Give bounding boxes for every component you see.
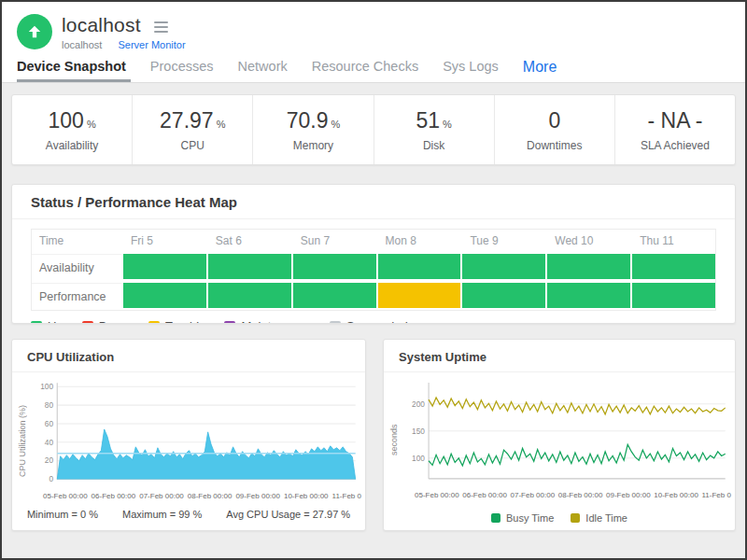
- heatmap-cell-performance-fri-5-up[interactable]: [123, 283, 206, 308]
- stat-label: Downtimes: [527, 139, 582, 152]
- heatmap-table: TimeFri 5Sat 6Sun 7Mon 8Tue 9Wed 10Thu 1…: [31, 229, 716, 311]
- heatmap-cell-performance-tue-9-up[interactable]: [462, 283, 545, 308]
- legend-label: Down: [99, 319, 130, 324]
- breadcrumb-monitor-type-link[interactable]: Server Monitor: [118, 39, 185, 50]
- heatmap-header-sat-6: Sat 6: [208, 230, 291, 252]
- stat-label: Availability: [46, 139, 98, 152]
- heatmap-header-sun-7: Sun 7: [293, 230, 376, 252]
- x-tick-label: 08-Feb 00:00: [558, 491, 603, 499]
- stat-disk: 51%Disk: [374, 95, 495, 164]
- heatmap-header-thu-11: Thu 11: [632, 230, 715, 252]
- cpu-footer-stat-1: Maximum = 99 %: [122, 509, 202, 520]
- tab-sys-logs[interactable]: Sys Logs: [430, 59, 511, 82]
- heatmap-title: Status / Performance Heat Map: [12, 194, 735, 219]
- stat-label: Memory: [293, 139, 333, 152]
- x-tick-label: 10-Feb 00:00: [654, 491, 698, 499]
- stat-label: SLA Achieved: [641, 139, 710, 152]
- stat-value: - NA -: [648, 108, 703, 133]
- tab-resource-checks[interactable]: Resource Checks: [300, 59, 430, 82]
- main-content: 100%Availability27.97%CPU70.9%Memory51%D…: [2, 83, 745, 558]
- cpu-x-axis-labels: 05-Feb 00:0006-Feb 00:0007-Feb 00:0008-F…: [43, 492, 361, 500]
- heatmap-cell-performance-mon-8-trouble[interactable]: [378, 283, 461, 308]
- legend-swatch-idle-time: [571, 513, 580, 523]
- legend-label: Maintenance: [241, 319, 310, 324]
- heatmap-card: Status / Performance Heat Map TimeFri 5S…: [11, 184, 736, 324]
- x-tick-label: 06-Feb 00:00: [92, 492, 136, 500]
- x-tick-label: 10-Feb 00:00: [284, 492, 329, 500]
- heatmap-cell-performance-thu-11-up[interactable]: [632, 283, 715, 308]
- heatmap-cell-availability-sun-7-up[interactable]: [293, 254, 376, 279]
- uptime-y-axis-label: seconds: [389, 393, 402, 486]
- heatmap-cell-availability-wed-10-up[interactable]: [547, 254, 630, 279]
- svg-text:0: 0: [49, 474, 53, 483]
- heatmap-header-time: Time: [32, 230, 121, 252]
- menu-icon[interactable]: [154, 19, 168, 33]
- legend-label: Trouble: [165, 319, 206, 324]
- uptime-x-axis-labels: 05-Feb 00:0006-Feb 00:0007-Feb 00:0008-F…: [415, 491, 731, 499]
- cpu-y-axis-label: CPU Utilization (%): [18, 394, 30, 487]
- svg-text:200: 200: [412, 399, 425, 409]
- cpu-footer-stat-2: Avg CPU Usage = 27.97 %: [226, 509, 350, 520]
- tab-bar: Device SnapshotProcessesNetworkResource …: [2, 50, 745, 82]
- cpu-summary-stats: Minimum = 0 %Maximum = 99 %Avg CPU Usage…: [12, 509, 365, 520]
- svg-text:20: 20: [45, 455, 54, 465]
- breadcrumb: localhost Server Monitor: [62, 39, 186, 50]
- stat-sla-achieved: - NA -SLA Achieved: [615, 95, 735, 164]
- x-tick-label: 05-Feb 00:00: [43, 492, 88, 500]
- charts-row: CPU Utilization CPU Utilization (%) 0204…: [11, 339, 736, 531]
- tab-more[interactable]: More: [511, 59, 569, 82]
- legend-swatch-suspended: [330, 321, 341, 325]
- svg-text:100: 100: [412, 454, 425, 463]
- uptime-legend-item-busy-time[interactable]: Busy Time: [491, 512, 554, 524]
- cpu-utilization-chart[interactable]: 020406080100: [30, 380, 361, 491]
- legend-label: Up: [48, 319, 63, 324]
- stat-unit: %: [331, 119, 340, 130]
- legend-label: Suspended: [346, 319, 408, 324]
- heatmap-cell-availability-sat-6-up[interactable]: [208, 254, 291, 279]
- stat-memory: 70.9%Memory: [253, 95, 374, 164]
- device-status-up-icon: [17, 14, 52, 49]
- stat-availability: 100%Availability: [12, 95, 133, 164]
- legend-item-up: Up: [31, 319, 63, 324]
- app-window: localhost localhost Server Monitor Devic…: [0, 0, 747, 560]
- tab-processes[interactable]: Processes: [138, 59, 226, 82]
- svg-text:40: 40: [45, 438, 54, 447]
- x-tick-label: 09-Feb 00:00: [235, 492, 280, 500]
- legend-swatch-trouble: [148, 321, 160, 325]
- system-uptime-chart[interactable]: 100150200: [402, 380, 731, 490]
- heatmap-cell-performance-sat-6-up[interactable]: [208, 283, 291, 308]
- heatmap-cell-performance-sun-7-up[interactable]: [293, 283, 376, 308]
- heatmap-cell-performance-wed-10-up[interactable]: [547, 283, 630, 308]
- stat-cpu: 27.97%CPU: [133, 95, 253, 164]
- svg-text:100: 100: [40, 382, 53, 391]
- system-uptime-card: System Uptime seconds 100150200 05-Feb 0…: [383, 339, 736, 531]
- uptime-chart-legend: Busy TimeIdle Time: [384, 512, 735, 524]
- legend-item-trouble: Trouble: [148, 319, 206, 324]
- legend-item-down: Down: [82, 319, 130, 324]
- heatmap-cell-availability-mon-8-up[interactable]: [378, 254, 461, 279]
- heatmap-cell-availability-fri-5-up[interactable]: [123, 254, 206, 279]
- legend-item-maintenance: Maintenance: [224, 319, 310, 324]
- cpu-footer-stat-0: Minimum = 0 %: [27, 509, 98, 520]
- stat-value: 100: [49, 108, 84, 133]
- heatmap-row-label-performance: Performance: [32, 283, 121, 310]
- tab-network[interactable]: Network: [226, 59, 300, 82]
- uptime-legend-item-idle-time[interactable]: Idle Time: [571, 512, 627, 524]
- x-tick-label: 05-Feb 00:00: [415, 491, 459, 499]
- legend-swatch-up: [31, 321, 42, 325]
- legend-label: Idle Time: [585, 512, 627, 524]
- stat-label: CPU: [181, 139, 204, 152]
- x-tick-label: 11-Feb 0: [332, 492, 361, 500]
- stat-value: 70.9: [287, 108, 329, 133]
- heatmap-cell-availability-thu-11-up[interactable]: [632, 254, 715, 279]
- stat-value: 51: [416, 108, 440, 133]
- breadcrumb-device-name: localhost: [62, 39, 102, 50]
- heatmap-cell-availability-tue-9-up[interactable]: [462, 254, 545, 279]
- heatmap-row-label-availability: Availability: [32, 254, 121, 281]
- heatmap-legend: UpDownTroubleMaintenanceSuspended: [31, 319, 716, 324]
- x-tick-label: 06-Feb 00:00: [462, 491, 507, 499]
- stat-value: 27.97: [160, 108, 214, 133]
- x-tick-label: 08-Feb 00:00: [188, 492, 233, 500]
- tab-device-snapshot[interactable]: Device Snapshot: [17, 59, 138, 82]
- legend-swatch-busy-time: [491, 513, 500, 523]
